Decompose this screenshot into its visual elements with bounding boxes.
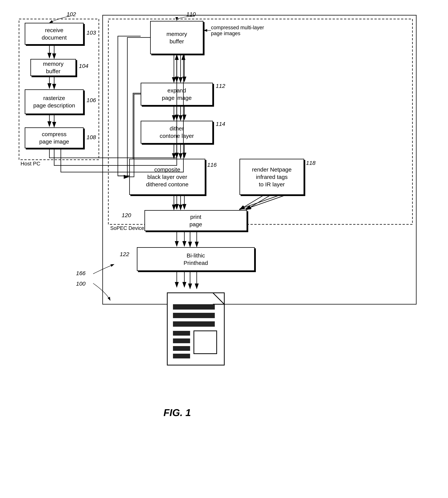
print-page-box: printpage	[144, 210, 247, 231]
svg-rect-27	[173, 338, 190, 343]
fig-label: FIG. 1	[163, 407, 191, 418]
bi-lithic-box: Bi-lithicPrinthead	[137, 247, 255, 271]
compress-box: compresspage image	[25, 127, 84, 148]
render-netpage-box: render Netpageinfrared tagsto IR layer	[240, 159, 304, 195]
svg-rect-22	[173, 304, 215, 310]
document-output-icon	[156, 289, 236, 385]
ref-166: 166	[76, 270, 85, 277]
host-pc-label: Host PC	[20, 161, 40, 167]
rasterize-box: rasterizepage description	[25, 89, 84, 114]
svg-line-42	[240, 195, 264, 210]
sopec-device-label: SoPEC Device	[110, 225, 144, 231]
ref-103: 103	[86, 30, 96, 36]
ref-120: 120	[122, 212, 131, 218]
svg-rect-25	[194, 331, 217, 354]
svg-rect-29	[173, 354, 190, 358]
memory-buffer-host-box: memorybuffer	[31, 59, 76, 76]
svg-rect-28	[173, 346, 190, 351]
ref-100: 100	[76, 281, 85, 287]
ref-116: 116	[207, 162, 217, 168]
ref-104: 104	[79, 63, 88, 69]
expand-page-box: expandpage image	[141, 83, 213, 105]
ref-114: 114	[216, 121, 225, 127]
dither-contone-box: dithercontone layer	[141, 121, 213, 144]
svg-rect-23	[173, 313, 215, 318]
memory-buffer-sopec-box: memorybuffer	[150, 21, 203, 54]
svg-rect-26	[173, 331, 190, 336]
ref-118: 118	[306, 160, 316, 166]
ref-110: 110	[186, 11, 196, 17]
svg-rect-24	[173, 321, 215, 327]
compressed-images-label: compressed multi-layerpage images	[211, 25, 283, 36]
ref-112: 112	[216, 83, 225, 89]
ref-102: 102	[66, 11, 76, 17]
receive-document-box: receivedocument	[25, 23, 84, 45]
ref-122: 122	[120, 251, 129, 257]
svg-line-43	[246, 195, 271, 210]
composite-black-box: compositeblack layer overdithered conton…	[129, 159, 205, 195]
svg-line-15	[240, 194, 283, 209]
svg-line-16	[245, 194, 289, 209]
ref-106: 106	[86, 97, 96, 103]
ref-108: 108	[86, 134, 96, 141]
